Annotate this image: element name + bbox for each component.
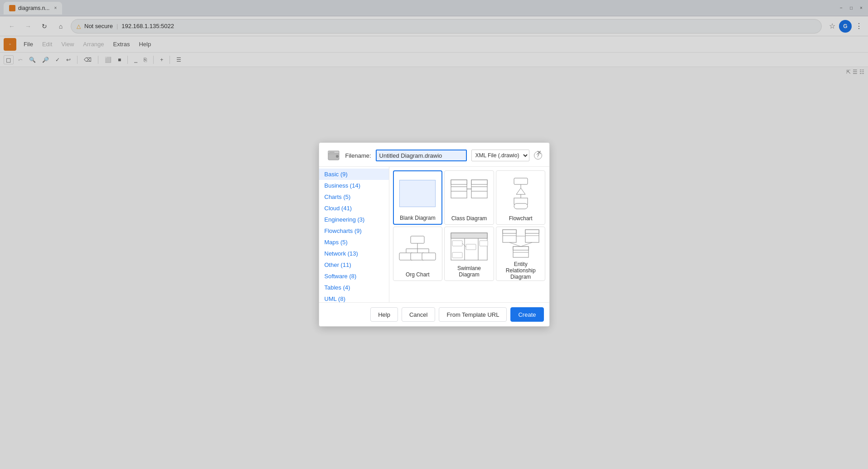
template-flowchart[interactable]: Flowchart (496, 170, 546, 225)
dialog-header: Filename: XML File (.drawio) SVG File (.… (319, 143, 549, 166)
svg-rect-13 (514, 178, 528, 184)
category-item-cloud[interactable]: Cloud (41) (319, 203, 389, 214)
template-erd-label: Entity Relationship Diagram (499, 261, 543, 280)
template-blank[interactable]: Blank Diagram (393, 170, 443, 225)
svg-rect-9 (471, 180, 487, 184)
svg-rect-30 (451, 233, 487, 238)
from-template-url-button[interactable]: From Template URL (439, 307, 507, 322)
dialog-body: Basic (9) Business (14) Charts (5) Cloud… (319, 166, 549, 302)
template-orgchart[interactable]: Org Chart (393, 227, 443, 281)
template-swimlane[interactable]: Swimlane Diagram (444, 227, 494, 281)
svg-point-2 (336, 155, 339, 158)
class-diagram-preview (447, 174, 491, 213)
category-item-basic[interactable]: Basic (9) (319, 169, 389, 180)
svg-rect-3 (329, 152, 335, 153)
dialog-close-button[interactable]: × (535, 148, 544, 157)
filename-label: Filename: (345, 152, 371, 159)
template-grid: Blank Diagram (389, 167, 549, 302)
dialog-footer: Help Cancel From Template URL Create (319, 302, 549, 326)
category-list: Basic (9) Business (14) Charts (5) Cloud… (319, 167, 389, 302)
svg-line-49 (521, 242, 532, 247)
new-diagram-dialog: Filename: XML File (.drawio) SVG File (.… (319, 142, 550, 327)
template-swimlane-label: Swimlane Diagram (447, 265, 491, 278)
category-item-tables[interactable]: Tables (4) (319, 282, 389, 293)
orgchart-preview (396, 230, 440, 270)
cancel-button[interactable]: Cancel (402, 307, 435, 322)
help-button[interactable]: Help (370, 307, 398, 322)
svg-rect-33 (452, 241, 462, 246)
template-class[interactable]: Class Diagram (444, 170, 494, 225)
filetype-select[interactable]: XML File (.drawio) SVG File (.svg) PNG F… (471, 150, 529, 161)
svg-rect-45 (513, 247, 529, 250)
svg-rect-42 (525, 230, 539, 233)
svg-rect-19 (514, 203, 528, 209)
category-item-charts[interactable]: Charts (5) (319, 191, 389, 203)
modal-overlay: Filename: XML File (.drawio) SVG File (.… (0, 0, 868, 469)
category-item-network[interactable]: Network (13) (319, 248, 389, 259)
template-flowchart-label: Flowchart (509, 215, 533, 222)
template-blank-label: Blank Diagram (400, 215, 436, 221)
template-class-label: Class Diagram (451, 215, 487, 222)
svg-rect-34 (466, 244, 476, 250)
template-orgchart-label: Org Chart (406, 271, 430, 278)
category-item-business[interactable]: Business (14) (319, 180, 389, 191)
svg-rect-39 (503, 230, 516, 233)
category-item-uml[interactable]: UML (8) (319, 293, 389, 302)
blank-preview (397, 174, 439, 213)
category-item-other[interactable]: Other (11) (319, 259, 389, 271)
svg-rect-5 (451, 180, 467, 184)
svg-rect-36 (452, 252, 462, 258)
flowchart-preview (499, 174, 543, 213)
svg-rect-35 (480, 241, 488, 246)
template-erd[interactable]: Entity Relationship Diagram (496, 227, 546, 281)
erd-preview (499, 227, 543, 259)
svg-line-48 (509, 242, 521, 247)
category-item-flowcharts[interactable]: Flowcharts (9) (319, 225, 389, 237)
svg-rect-20 (411, 236, 424, 243)
category-item-engineering[interactable]: Engineering (3) (319, 214, 389, 225)
svg-marker-15 (516, 188, 525, 194)
swimlane-preview (447, 230, 491, 263)
category-item-maps[interactable]: Maps (5) (319, 237, 389, 248)
svg-rect-28 (422, 253, 436, 260)
file-icon (326, 148, 341, 163)
category-item-software[interactable]: Software (8) (319, 271, 389, 282)
filename-input[interactable] (376, 150, 467, 161)
create-button[interactable]: Create (510, 307, 543, 322)
